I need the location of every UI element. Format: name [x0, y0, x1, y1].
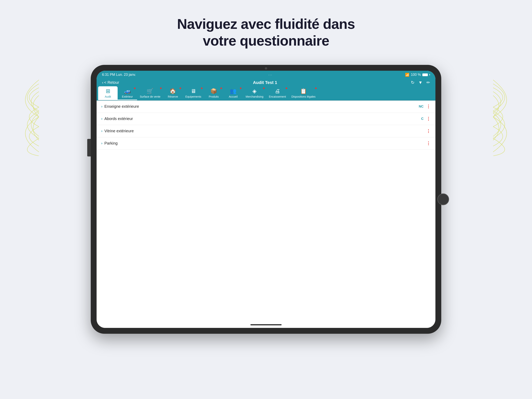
- content-area: › Enseigne extérieure NC ⋮ › Abords exté…: [97, 101, 435, 322]
- status-bar: 6:31 PM Lun. 23 janv. ··· 📶 100 %: [97, 71, 435, 79]
- tab-reserve-icon: 🏠: [169, 88, 176, 94]
- tab-encaissement-label: Encaissement: [269, 95, 286, 98]
- tab-exterieur-label: Extérieur: [122, 95, 133, 98]
- tab-reserve[interactable]: 🏠 Réserve: [163, 86, 183, 100]
- nav-title: Audit Test 1: [253, 80, 277, 85]
- tablet-frame: 6:31 PM Lun. 23 janv. ··· 📶 100 % ‹ < Re…: [91, 65, 441, 334]
- tab-surface[interactable]: 🛒 Surface de vente: [137, 86, 163, 100]
- section-title-abords: Abords extérieur: [104, 116, 421, 121]
- tab-accueil-icon: 👥: [230, 88, 237, 94]
- tab-equipements[interactable]: 🖥 Equipements: [183, 86, 204, 100]
- wifi-icon: 📶: [405, 73, 409, 77]
- menu-vitrine[interactable]: ⋮: [426, 129, 431, 134]
- side-button: [87, 139, 91, 156]
- center-dots: ···: [269, 73, 273, 76]
- home-indicator: [250, 324, 282, 325]
- section-title-parking: Parking: [104, 141, 424, 146]
- tab-dispositions[interactable]: 📋 Dispositions légales: [289, 86, 318, 100]
- badge-enseigne: NC: [419, 105, 424, 109]
- battery-icon: [422, 73, 428, 76]
- tab-merchandising-indicator: [263, 87, 265, 89]
- screen: 6:31 PM Lun. 23 janv. ··· 📶 100 % ‹ < Re…: [97, 71, 435, 328]
- bottom-bar: [97, 322, 435, 328]
- menu-enseigne[interactable]: ⋮: [426, 104, 431, 109]
- back-chevron: ‹: [102, 80, 103, 85]
- tab-encaissement-icon: 🖨: [275, 88, 280, 94]
- chevron-abords: ›: [101, 117, 102, 121]
- refresh-icon[interactable]: ↻: [411, 80, 414, 85]
- badge-abords: C: [421, 117, 424, 121]
- tab-merchandising-label: Merchandising: [246, 95, 263, 98]
- edit-icon[interactable]: ✏: [426, 80, 430, 85]
- tab-audit-icon: ⊞: [106, 88, 110, 94]
- section-row-parking[interactable]: › Parking ⋮: [97, 137, 435, 150]
- tab-produits-icon: 📦: [210, 88, 217, 94]
- section-row-vitrine[interactable]: › Vitrine extérieure ⋮: [97, 125, 435, 137]
- tab-equipements-icon: 🖥: [191, 88, 196, 94]
- filter-icon[interactable]: ▼: [418, 80, 423, 85]
- tab-accueil-label: Accueil: [229, 95, 238, 98]
- page-title: Naviguez avec fluidité dans votre questi…: [177, 16, 355, 49]
- tab-merchandising[interactable]: ◈ Merchandising: [243, 86, 266, 100]
- tab-audit[interactable]: ⊞ Audit: [98, 86, 118, 100]
- tab-produits-label: Produits: [209, 95, 219, 98]
- tab-produits[interactable]: 📦 Produits: [204, 86, 223, 100]
- tab-dispositions-indicator: [315, 87, 317, 89]
- nav-actions: ↻ ▼ ✏: [411, 80, 430, 85]
- battery-label: 100 %: [411, 73, 421, 77]
- tab-accueil[interactable]: 👥 Accueil: [223, 86, 243, 100]
- tab-reserve-label: Réserve: [168, 95, 178, 98]
- nav-bar: ‹ < Retour Audit Test 1 ↻ ▼ ✏: [97, 79, 435, 86]
- tab-produits-indicator: [221, 87, 222, 89]
- tab-equipements-indicator: [201, 87, 203, 89]
- tab-reserve-indicator: [180, 87, 181, 89]
- tab-exterieur-icon: 🚙: [124, 88, 131, 94]
- tab-surface-indicator: [160, 87, 162, 89]
- tab-dispositions-icon: 📋: [300, 88, 307, 94]
- section-title-vitrine: Vitrine extérieure: [104, 129, 424, 133]
- tab-audit-label: Audit: [105, 95, 111, 98]
- tab-surface-icon: 🛒: [147, 88, 153, 94]
- battery-tip: [429, 74, 430, 75]
- tab-exterieur[interactable]: 🚙 Extérieur: [118, 86, 137, 100]
- tab-equipements-label: Equipements: [185, 95, 201, 98]
- back-button[interactable]: ‹ < Retour: [102, 80, 119, 85]
- section-row-enseigne[interactable]: › Enseigne extérieure NC ⋮: [97, 101, 435, 113]
- chevron-parking: ›: [101, 141, 102, 145]
- tab-dispositions-label: Dispositions légales: [291, 95, 316, 98]
- right-status: 📶 100 %: [405, 73, 430, 77]
- chevron-enseigne: ›: [101, 104, 102, 109]
- tab-bar: ⊞ Audit 🚙 Extérieur 🛒 Surface de vente 🏠: [97, 86, 435, 101]
- tab-accueil-indicator: [240, 87, 241, 89]
- tab-merchandising-icon: ◈: [252, 88, 257, 94]
- chevron-vitrine: ›: [101, 129, 102, 133]
- tab-encaissement-indicator: [286, 87, 287, 89]
- time-date: 6:31 PM Lun. 23 janv.: [102, 73, 136, 77]
- section-row-abords[interactable]: › Abords extérieur C ⋮: [97, 113, 435, 125]
- menu-abords[interactable]: ⋮: [426, 116, 431, 121]
- tab-encaissement[interactable]: 🖨 Encaissement: [266, 86, 289, 100]
- tab-exterieur-indicator: [134, 87, 136, 89]
- tab-surface-label: Surface de vente: [140, 95, 160, 98]
- camera: [265, 67, 267, 70]
- back-label: < Retour: [104, 80, 119, 85]
- section-title-enseigne: Enseigne extérieure: [104, 104, 419, 109]
- menu-parking[interactable]: ⋮: [426, 141, 431, 146]
- home-button[interactable]: [437, 193, 449, 205]
